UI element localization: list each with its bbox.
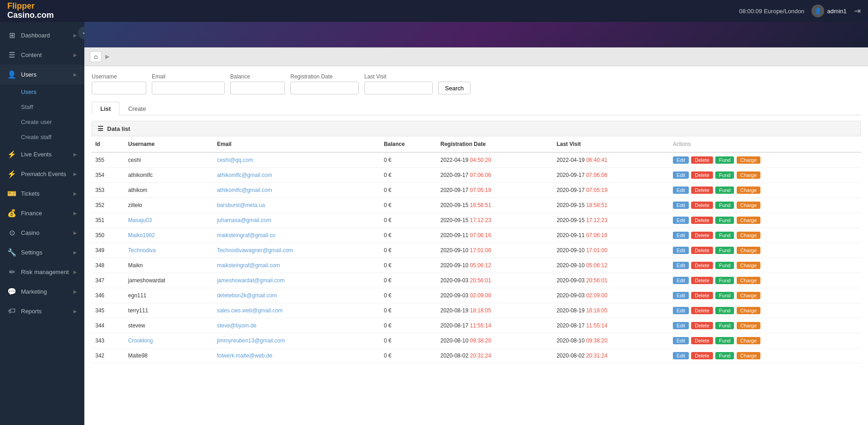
edit-button[interactable]: Edit [673, 277, 689, 284]
delete-button[interactable]: Delete [691, 202, 713, 209]
edit-button[interactable]: Edit [673, 322, 689, 329]
tab-create[interactable]: Create [119, 102, 155, 115]
last-visit-input[interactable] [364, 82, 433, 94]
delete-button[interactable]: Delete [691, 232, 713, 239]
sidebar-item-tickets[interactable]: 🎫 Tickets ▶ [0, 184, 84, 203]
sidebar-item-reports[interactable]: 🏷 Reports ▶ [0, 301, 84, 321]
charge-button[interactable]: Charge [737, 232, 760, 239]
sidebar-item-live-events[interactable]: ⚡ Live Events ▶ [0, 145, 84, 164]
charge-button[interactable]: Charge [737, 171, 760, 179]
delete-button[interactable]: Delete [691, 277, 713, 284]
cell-balance: 0 € [380, 243, 437, 258]
cell-balance: 0 € [380, 168, 437, 183]
username-input[interactable] [92, 82, 146, 94]
delete-button[interactable]: Delete [691, 352, 713, 359]
fund-button[interactable]: Fund [715, 187, 734, 194]
cell-last-visit: 2020-09-10 17:01:00 [553, 243, 669, 258]
search-button[interactable]: Search [438, 82, 470, 94]
sidebar-subitem-create-user[interactable]: Create user [0, 114, 84, 130]
fund-button[interactable]: Fund [715, 307, 734, 314]
cell-email: Technodivawagner@gmail.com [213, 243, 380, 258]
edit-button[interactable]: Edit [673, 292, 689, 299]
cell-username[interactable]: Technodiva [124, 243, 213, 258]
edit-button[interactable]: Edit [673, 232, 689, 239]
logout-icon[interactable]: ⇥ [854, 6, 861, 16]
edit-button[interactable]: Edit [673, 217, 689, 224]
cell-last-visit: 2020-09-17 07:06:06 [553, 168, 669, 183]
charge-button[interactable]: Charge [737, 156, 760, 164]
fund-button[interactable]: Fund [715, 292, 734, 299]
fund-button[interactable]: Fund [715, 217, 734, 224]
sidebar-item-casino[interactable]: ⊙ Casino ▶ [0, 223, 84, 243]
fund-button[interactable]: Fund [715, 171, 734, 179]
sidebar-subitem-create-staff[interactable]: Create staff [0, 130, 84, 145]
delete-button[interactable]: Delete [691, 217, 713, 224]
cell-username[interactable]: Crookking [124, 333, 213, 348]
charge-button[interactable]: Charge [737, 337, 760, 344]
fund-button[interactable]: Fund [715, 322, 734, 329]
fund-button[interactable]: Fund [715, 202, 734, 209]
charge-button[interactable]: Charge [737, 352, 760, 359]
reg-date-input[interactable] [290, 82, 359, 94]
delete-button[interactable]: Delete [691, 307, 713, 314]
sidebar-item-finance[interactable]: 💰 Finance ▶ [0, 203, 84, 223]
delete-button[interactable]: Delete [691, 337, 713, 344]
balance-input[interactable] [230, 82, 285, 94]
cell-username: ceshi [124, 152, 213, 168]
cell-username[interactable]: Masaju03 [124, 213, 213, 228]
charge-button[interactable]: Charge [737, 292, 760, 299]
cell-reg-date: 2020-09-15 18:58:51 [437, 198, 553, 213]
edit-button[interactable]: Edit [673, 202, 689, 209]
charge-button[interactable]: Charge [737, 247, 760, 254]
fund-button[interactable]: Fund [715, 262, 734, 269]
charge-button[interactable]: Charge [737, 307, 760, 314]
charge-button[interactable]: Charge [737, 187, 760, 194]
sidebar-item-dashboard[interactable]: ⊞ Dashboard ▶ [0, 26, 84, 45]
sidebar-item-risk[interactable]: ✏ Risk management ▶ [0, 262, 84, 282]
charge-button[interactable]: Charge [737, 217, 760, 224]
edit-button[interactable]: Edit [673, 171, 689, 179]
home-breadcrumb[interactable]: ⌂ [90, 51, 102, 62]
cell-balance: 0 € [380, 228, 437, 243]
sidebar-subitem-staff[interactable]: Staff [0, 99, 84, 114]
delete-button[interactable]: Delete [691, 171, 713, 179]
fund-button[interactable]: Fund [715, 232, 734, 239]
table-header-row: Id Username Email Balance Registration D… [92, 136, 861, 152]
delete-button[interactable]: Delete [691, 322, 713, 329]
edit-button[interactable]: Edit [673, 247, 689, 254]
sidebar-item-prematch-events[interactable]: ⚡ Prematch Events ▶ [0, 164, 84, 184]
fund-button[interactable]: Fund [715, 352, 734, 359]
edit-button[interactable]: Edit [673, 262, 689, 269]
edit-button[interactable]: Edit [673, 187, 689, 194]
sidebar-subitem-users[interactable]: Users [0, 84, 84, 99]
charge-button[interactable]: Charge [737, 262, 760, 269]
table-row: 343 Crookking jimmyreuben13@gmail.com 0 … [92, 333, 861, 348]
cell-id: 348 [92, 258, 124, 273]
edit-button[interactable]: Edit [673, 307, 689, 314]
email-input[interactable] [152, 82, 225, 94]
cell-email: maiksteingraf@gmail.co [213, 228, 380, 243]
delete-button[interactable]: Delete [691, 292, 713, 299]
cell-last-visit: 2020-09-03 02:09:00 [553, 288, 669, 303]
edit-button[interactable]: Edit [673, 156, 689, 164]
delete-button[interactable]: Delete [691, 156, 713, 164]
sidebar-item-marketing[interactable]: 💬 Marketing ▶ [0, 282, 84, 301]
edit-button[interactable]: Edit [673, 337, 689, 344]
delete-button[interactable]: Delete [691, 247, 713, 254]
sidebar-item-settings[interactable]: 🔧 Settings ▶ [0, 243, 84, 262]
delete-button[interactable]: Delete [691, 187, 713, 194]
tab-list[interactable]: List [92, 102, 119, 115]
delete-button[interactable]: Delete [691, 262, 713, 269]
charge-button[interactable]: Charge [737, 202, 760, 209]
edit-button[interactable]: Edit [673, 352, 689, 359]
charge-button[interactable]: Charge [737, 277, 760, 284]
chevron-right-icon: ▶ [73, 309, 77, 314]
fund-button[interactable]: Fund [715, 277, 734, 284]
fund-button[interactable]: Fund [715, 337, 734, 344]
fund-button[interactable]: Fund [715, 156, 734, 164]
sidebar-item-content[interactable]: ☰ Content ▶ [0, 45, 84, 65]
charge-button[interactable]: Charge [737, 322, 760, 329]
fund-button[interactable]: Fund [715, 247, 734, 254]
cell-username[interactable]: Maiko1982 [124, 228, 213, 243]
sidebar-item-users[interactable]: 👤 Users ▶ [0, 65, 84, 84]
